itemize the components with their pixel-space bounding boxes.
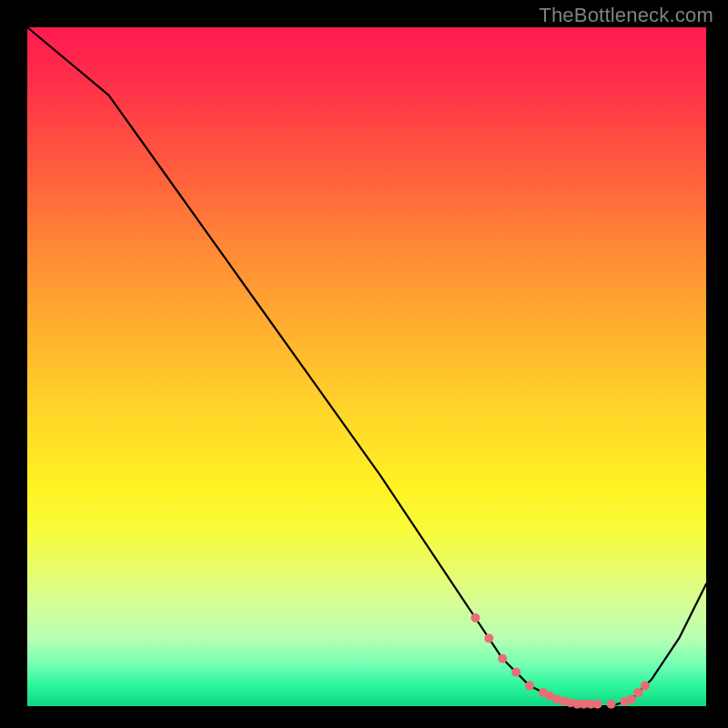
flat-region-markers (470, 613, 650, 709)
plot-svg (27, 27, 706, 706)
marker-dot (525, 682, 534, 691)
chart-frame: TheBottleneck.com (0, 0, 728, 728)
marker-dot (607, 700, 616, 709)
marker-dot (484, 633, 493, 642)
marker-dot (498, 654, 507, 663)
marker-dot (633, 688, 642, 697)
marker-dot (593, 700, 602, 709)
marker-dot (511, 668, 521, 677)
marker-dot (641, 682, 650, 691)
watermark-text: TheBottleneck.com (539, 4, 713, 27)
marker-dot (627, 695, 636, 704)
plot-area (27, 27, 706, 706)
marker-dot (470, 613, 480, 622)
bottleneck-curve (27, 27, 706, 706)
